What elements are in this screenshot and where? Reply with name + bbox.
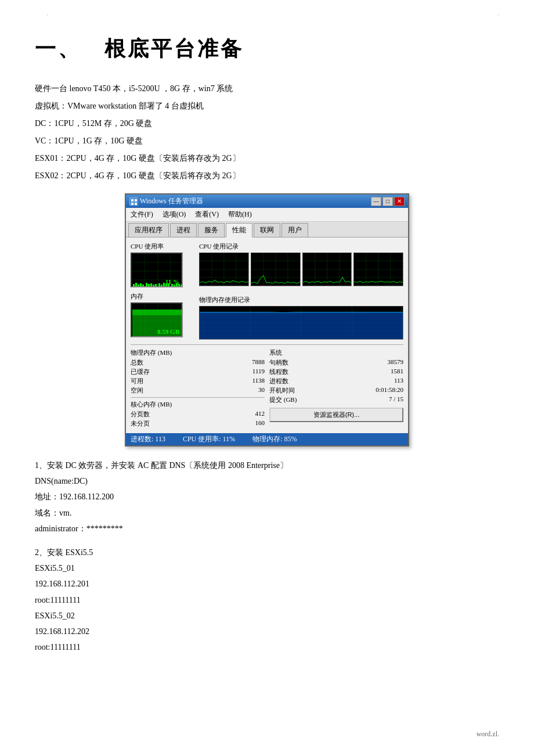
cpu-core4-graph xyxy=(353,253,403,286)
intro-line2: 虚拟机：VMware workstation 部署了 4 台虚拟机 xyxy=(35,98,499,114)
commit-value: 7 / 15 xyxy=(389,395,403,404)
cpu-value: 11 % xyxy=(165,278,179,285)
tm-window-controls: — □ ✕ xyxy=(371,197,405,206)
system-uptime-row: 开机时间 0:01:58:20 xyxy=(269,386,403,395)
stats-cached-label: 已缓存 xyxy=(131,368,150,376)
cpu-core3-graph xyxy=(302,253,352,286)
svg-rect-16 xyxy=(146,283,147,286)
tm-title: Windows 任务管理器 xyxy=(140,196,203,206)
commit-label: 提交 (GB) xyxy=(269,395,297,404)
svg-rect-30 xyxy=(181,285,182,286)
tab-networking[interactable]: 联网 xyxy=(254,223,280,237)
section2-title: 2、安装 ESXi5.5 xyxy=(35,545,499,560)
minimize-button[interactable]: — xyxy=(371,197,381,206)
mem-value: 8.59 GB xyxy=(157,328,179,335)
mem-history-label: 物理内存使用记录 xyxy=(199,296,403,304)
section1-block: 1、安装 DC 效劳器，并安装 AC 配置 DNS〔系统使用 2008 Ente… xyxy=(35,458,499,536)
sys-processes-value: 113 xyxy=(394,377,403,386)
tm-tabs: 应用程序 进程 服务 性能 联网 用户 xyxy=(126,222,408,237)
tm-stats: 物理内存 (MB) 总数 7888 已缓存 1119 可用 1138 空闲 30 xyxy=(131,344,403,429)
section2-ip2: 192.168.112.202 xyxy=(35,624,499,639)
uptime-label: 开机时间 xyxy=(269,386,295,395)
stats-free-label: 空闲 xyxy=(131,386,143,395)
section2-host1: ESXi5.5_01 xyxy=(35,561,499,575)
taskmanager-icon xyxy=(129,197,138,206)
stats-total-value: 7888 xyxy=(252,358,265,367)
section1-address: 地址：192.168.112.200 xyxy=(35,489,499,504)
tab-applications[interactable]: 应用程序 xyxy=(128,223,169,237)
handles-value: 38579 xyxy=(388,358,404,367)
stats-free-row: 空闲 30 xyxy=(131,386,265,395)
section1-title: 1、安装 DC 效劳器，并安装 AC 配置 DNS〔系统使用 2008 Ente… xyxy=(35,458,499,473)
kernel-nonpaged-value: 160 xyxy=(255,419,265,428)
cpu-graph-row xyxy=(199,253,403,286)
system-processes-row: 进程数 113 xyxy=(269,377,403,386)
intro-line3: DC：1CPU，512M 存，20G 硬盘 xyxy=(35,116,499,132)
system-threads-row: 线程数 1581 xyxy=(269,368,403,376)
tab-processes[interactable]: 进程 xyxy=(170,223,197,237)
kernel-paged-row: 分页数 412 xyxy=(131,410,265,419)
stats-total-label: 总数 xyxy=(131,358,143,367)
tm-titlebar: Windows 任务管理器 — □ ✕ xyxy=(126,195,408,208)
physical-mem-stats: 物理内存 (MB) 总数 7888 已缓存 1119 可用 1138 空闲 30 xyxy=(131,348,265,429)
stats-available-label: 可用 xyxy=(131,377,143,386)
close-button[interactable]: ✕ xyxy=(394,197,405,206)
mem-history-panel: 物理内存使用记录 xyxy=(199,296,403,340)
mem-history-graph xyxy=(199,306,403,340)
section2-host2: ESXi5.5_02 xyxy=(35,609,499,623)
statusbar-memory: 物理内存: 85% xyxy=(252,434,297,444)
svg-rect-18 xyxy=(150,283,152,286)
cpu-core2-graph xyxy=(251,253,301,286)
svg-rect-4 xyxy=(135,203,137,205)
tab-services[interactable]: 服务 xyxy=(198,223,225,237)
svg-marker-74 xyxy=(200,312,403,339)
svg-rect-13 xyxy=(138,285,139,286)
cpu-usage-panel: CPU 使用率 xyxy=(131,242,194,287)
footer-watermark: word.zl. xyxy=(477,730,499,739)
svg-rect-3 xyxy=(131,203,134,205)
svg-rect-20 xyxy=(155,284,157,286)
intro-line4: VC：1CPU，1G 存，10G 硬盘 xyxy=(35,133,499,149)
system-group-label: 系统 xyxy=(269,348,403,357)
uptime-value: 0:01:58:20 xyxy=(376,386,403,395)
resource-monitor-button[interactable]: 资源监视器(R)... xyxy=(269,408,403,422)
svg-rect-11 xyxy=(133,284,135,286)
svg-rect-23 xyxy=(163,283,165,286)
cpu-core1-graph xyxy=(199,253,249,286)
menu-file[interactable]: 文件(F) xyxy=(128,209,156,220)
section1-dns: DNS(name:DC) xyxy=(35,474,499,488)
svg-rect-22 xyxy=(161,285,163,286)
intro-line5: ESX01：2CPU，4G 存，10G 硬盘〔安装后将存改为 2G〕 xyxy=(35,150,499,167)
svg-rect-1 xyxy=(131,199,134,201)
cpu-monitor: 11 % xyxy=(131,253,183,287)
tm-statusbar: 进程数: 113 CPU 使用率: 11% 物理内存: 85% xyxy=(126,433,408,445)
intro-block: 硬件一台 lenovo T450 本，i5-5200U ，8G 存，win7 系… xyxy=(35,81,499,184)
tab-performance[interactable]: 性能 xyxy=(226,223,252,237)
tab-users[interactable]: 用户 xyxy=(282,223,308,237)
stats-divider xyxy=(131,397,265,398)
stats-cached-value: 1119 xyxy=(252,368,265,376)
threads-value: 1581 xyxy=(391,368,403,376)
svg-rect-2 xyxy=(135,199,137,201)
stats-total-row: 总数 7888 xyxy=(131,358,265,367)
kernel-paged-label: 分页数 xyxy=(131,410,150,419)
restore-button[interactable]: □ xyxy=(383,197,393,206)
kernel-nonpaged-row: 未分页 160 xyxy=(131,419,265,428)
menu-options[interactable]: 选项(O) xyxy=(160,209,189,220)
section2-root1: root:11111111 xyxy=(35,593,499,607)
kernel-mem-group-label: 核心内存 (MB) xyxy=(131,400,265,409)
tm-panels: CPU 使用率 xyxy=(131,242,403,340)
handles-label: 句柄数 xyxy=(269,358,288,367)
tm-menubar: 文件(F) 选项(O) 查看(V) 帮助(H) xyxy=(126,208,408,222)
section1-admin: administrator：********* xyxy=(35,521,499,536)
svg-rect-38 xyxy=(132,309,182,315)
kernel-paged-value: 412 xyxy=(255,410,265,419)
menu-view[interactable]: 查看(V) xyxy=(193,209,221,220)
menu-help[interactable]: 帮助(H) xyxy=(226,209,254,220)
section2-ip1: 192.168.112.201 xyxy=(35,577,499,591)
memory-label: 内存 xyxy=(131,292,194,301)
stats-free-value: 30 xyxy=(258,386,265,395)
stats-available-row: 可用 1138 xyxy=(131,377,265,386)
intro-line1: 硬件一台 lenovo T450 本，i5-5200U ，8G 存，win7 系… xyxy=(35,81,499,97)
mem-monitor: 8.59 GB xyxy=(131,303,183,337)
